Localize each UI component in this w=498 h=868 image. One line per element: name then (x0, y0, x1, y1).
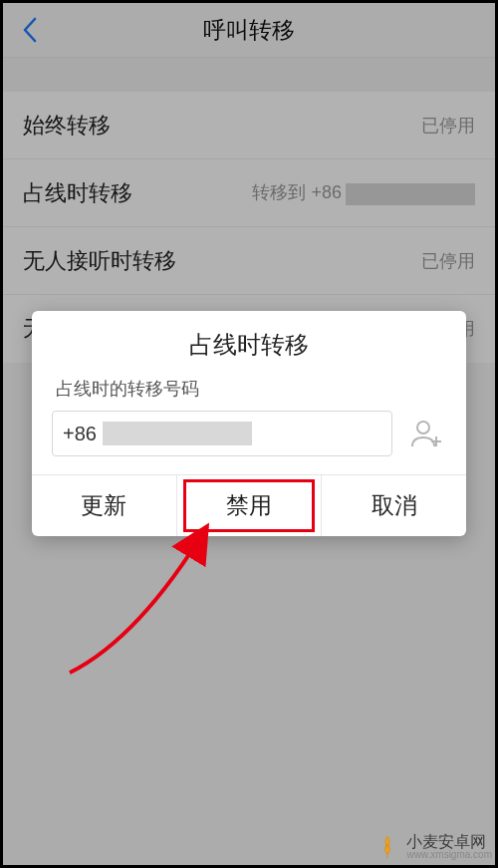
redacted-number-input (103, 422, 252, 445)
disable-button[interactable]: 禁用 (176, 475, 322, 536)
button-label: 取消 (372, 490, 417, 521)
watermark-domain: www.xmsigma.com (406, 849, 492, 860)
input-prefix: +86 (63, 423, 97, 445)
cancel-button[interactable]: 取消 (321, 475, 466, 536)
svg-point-0 (417, 422, 429, 434)
button-label: 禁用 (226, 490, 272, 521)
dialog-subtitle: 占线时的转移号码 (32, 371, 466, 411)
phone-input[interactable]: +86 (52, 411, 392, 456)
dialog-buttons: 更新 禁用 取消 (32, 474, 466, 536)
person-add-icon (409, 417, 443, 450)
forward-dialog: 占线时转移 占线时的转移号码 +86 更新 禁用 取消 (32, 311, 466, 536)
add-contact-button[interactable] (406, 414, 446, 453)
dialog-input-row: +86 (32, 411, 466, 474)
button-label: 更新 (81, 490, 126, 521)
dialog-title: 占线时转移 (32, 311, 466, 371)
update-button[interactable]: 更新 (32, 475, 176, 536)
watermark: 小麦安卓网 www.xmsigma.com (374, 833, 492, 860)
wheat-icon (374, 834, 400, 860)
